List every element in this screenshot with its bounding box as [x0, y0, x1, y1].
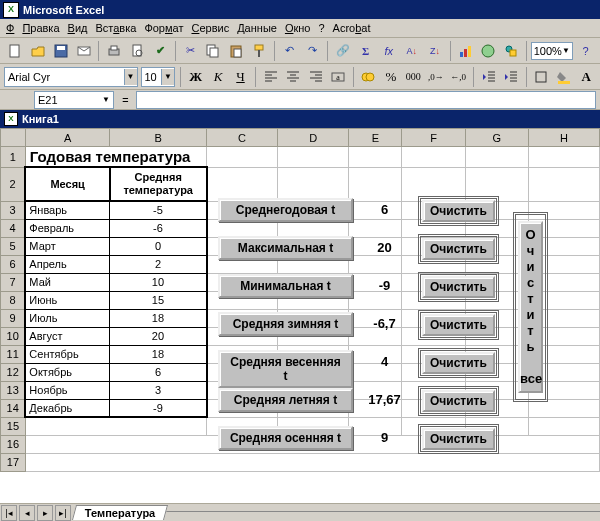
temp-cell[interactable]: -6	[110, 219, 207, 237]
comma-icon[interactable]: 000	[404, 66, 423, 88]
font-size-combo[interactable]: 10▼	[141, 67, 176, 87]
row-header[interactable]: 8	[1, 291, 26, 309]
bold-button[interactable]: Ж	[186, 66, 205, 88]
row-header[interactable]: 17	[1, 453, 26, 471]
col-header[interactable]: G	[465, 129, 528, 147]
month-cell[interactable]: Октябрь	[25, 363, 110, 381]
month-cell[interactable]: Ноябрь	[25, 381, 110, 399]
calc-summer-button[interactable]: Средняя летняя t	[218, 388, 353, 412]
row-header[interactable]: 16	[1, 435, 26, 453]
menu-file[interactable]: Ф	[6, 22, 14, 34]
save-icon[interactable]	[50, 40, 71, 62]
temp-cell[interactable]: 0	[110, 237, 207, 255]
temp-cell[interactable]: -9	[110, 399, 207, 417]
select-all-cell[interactable]	[1, 129, 26, 147]
italic-button[interactable]: К	[208, 66, 227, 88]
row-header[interactable]: 12	[1, 363, 26, 381]
menu-data[interactable]: Данные	[237, 22, 277, 34]
row-header[interactable]: 6	[1, 255, 26, 273]
month-cell[interactable]: Сентябрь	[25, 345, 110, 363]
inc-decimals-icon[interactable]: ,0→	[426, 66, 445, 88]
dec-indent-icon[interactable]	[479, 66, 498, 88]
hyperlink-icon[interactable]: 🔗	[332, 40, 353, 62]
month-cell[interactable]: Февраль	[25, 219, 110, 237]
menu-format[interactable]: Формат	[144, 22, 183, 34]
row-header[interactable]: 5	[1, 237, 26, 255]
inc-indent-icon[interactable]	[501, 66, 520, 88]
row-header[interactable]: 10	[1, 327, 26, 345]
menu-tools[interactable]: Сервис	[191, 22, 229, 34]
menu-insert[interactable]: Вставка	[95, 22, 136, 34]
calc-annual-button[interactable]: Среднегодовая t	[218, 198, 353, 222]
row-header[interactable]: 11	[1, 345, 26, 363]
copy-icon[interactable]	[203, 40, 224, 62]
month-cell[interactable]: Май	[25, 273, 110, 291]
align-center-icon[interactable]	[284, 66, 303, 88]
row-header[interactable]: 14	[1, 399, 26, 417]
zoom-combo[interactable]: 100%▼	[531, 42, 573, 60]
dec-decimals-icon[interactable]: ←,0	[449, 66, 468, 88]
name-box[interactable]: E21▼	[34, 91, 114, 109]
map-icon[interactable]	[478, 40, 499, 62]
mail-icon[interactable]	[73, 40, 94, 62]
spellcheck-icon[interactable]: ✔	[150, 40, 171, 62]
new-icon[interactable]	[4, 40, 25, 62]
menu-window[interactable]: Окно	[285, 22, 311, 34]
align-left-icon[interactable]	[261, 66, 280, 88]
paste-icon[interactable]	[226, 40, 247, 62]
temp-cell[interactable]: 3	[110, 381, 207, 399]
menu-edit[interactable]: Правка	[22, 22, 59, 34]
clear-spring-button[interactable]: Очистить	[418, 348, 499, 378]
currency-icon[interactable]	[359, 66, 378, 88]
redo-icon[interactable]: ↷	[302, 40, 323, 62]
menu-acrobat[interactable]: Acrobat	[333, 22, 371, 34]
temp-cell[interactable]: 2	[110, 255, 207, 273]
chart-icon[interactable]	[454, 40, 475, 62]
month-cell[interactable]: Декабрь	[25, 399, 110, 417]
calc-autumn-button[interactable]: Средняя осенняя t	[218, 426, 353, 450]
row-header[interactable]: 3	[1, 201, 26, 219]
align-right-icon[interactable]	[306, 66, 325, 88]
clear-annual-button[interactable]: Очистить	[418, 196, 499, 226]
drawing-icon[interactable]	[501, 40, 522, 62]
month-cell[interactable]: Январь	[25, 201, 110, 219]
font-color-icon[interactable]: A	[576, 66, 595, 88]
month-cell[interactable]: Март	[25, 237, 110, 255]
temp-cell[interactable]: 18	[110, 345, 207, 363]
month-cell[interactable]: Август	[25, 327, 110, 345]
temp-cell[interactable]: 10	[110, 273, 207, 291]
col-header[interactable]: F	[402, 129, 465, 147]
preview-icon[interactable]	[126, 40, 147, 62]
col-header[interactable]: E	[349, 129, 402, 147]
format-painter-icon[interactable]	[249, 40, 270, 62]
row-header[interactable]: 9	[1, 309, 26, 327]
clear-max-button[interactable]: Очистить	[418, 234, 499, 264]
title-cell[interactable]: Годовая температура	[25, 147, 206, 168]
equals-icon[interactable]: =	[118, 94, 132, 106]
header-month[interactable]: Месяц	[25, 167, 110, 201]
month-cell[interactable]: Апрель	[25, 255, 110, 273]
spreadsheet-grid[interactable]: A B C D E F G H 1 Годовая температура 2 …	[0, 128, 600, 472]
clear-all-button[interactable]: Очистить все	[513, 212, 548, 402]
calc-winter-button[interactable]: Средняя зимняя t	[218, 312, 353, 336]
row-header[interactable]: 15	[1, 417, 26, 435]
col-header[interactable]: D	[278, 129, 349, 147]
row-header[interactable]: 2	[1, 167, 26, 201]
row-header[interactable]: 1	[1, 147, 26, 168]
fill-color-icon[interactable]	[554, 66, 573, 88]
function-icon[interactable]: fx	[378, 40, 399, 62]
col-header[interactable]: H	[528, 129, 599, 147]
clear-autumn-button[interactable]: Очистить	[418, 424, 499, 454]
undo-icon[interactable]: ↶	[279, 40, 300, 62]
calc-spring-button[interactable]: Средняя весенняя t	[218, 350, 353, 388]
month-cell[interactable]: Июнь	[25, 291, 110, 309]
underline-button[interactable]: Ч	[231, 66, 250, 88]
row-header[interactable]: 4	[1, 219, 26, 237]
percent-icon[interactable]: %	[381, 66, 400, 88]
col-header[interactable]: C	[207, 129, 278, 147]
temp-cell[interactable]: 15	[110, 291, 207, 309]
col-header[interactable]: A	[25, 129, 110, 147]
header-avg[interactable]: Средняя температура	[110, 167, 207, 201]
font-combo[interactable]: Arial Cyr▼	[4, 67, 138, 87]
calc-max-button[interactable]: Максимальная t	[218, 236, 353, 260]
